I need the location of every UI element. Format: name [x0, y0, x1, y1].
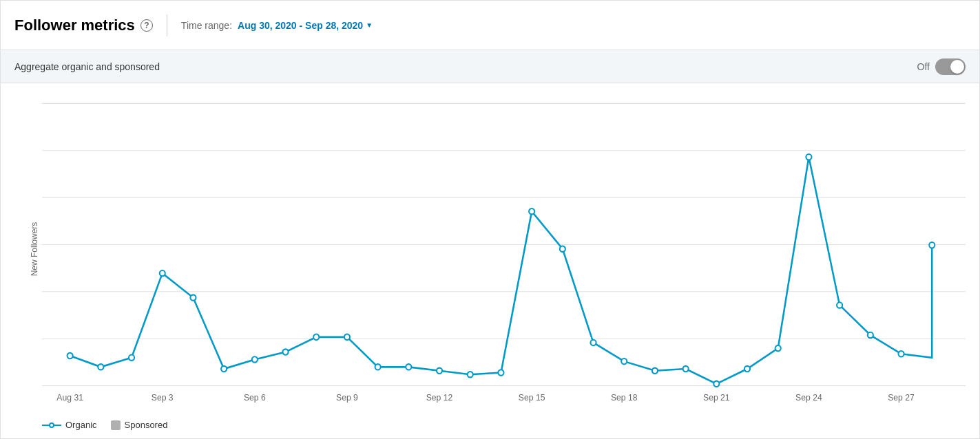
time-range-label: Time range:	[181, 20, 232, 31]
aggregate-bar: Aggregate organic and sponsored Off	[1, 50, 979, 83]
data-point	[775, 345, 781, 351]
aggregate-toggle[interactable]	[935, 58, 966, 75]
toggle-knob	[950, 60, 964, 74]
svg-text:Sep 6: Sep 6	[244, 392, 266, 402]
chart-legend: Organic Sponsored	[1, 414, 979, 438]
data-point	[98, 364, 103, 370]
data-point	[652, 368, 658, 374]
svg-text:Aug 31: Aug 31	[56, 392, 83, 402]
data-point	[406, 364, 411, 370]
time-range: Time range: Aug 30, 2020 - Sep 28, 2020 …	[181, 20, 373, 31]
svg-text:Sep 3: Sep 3	[152, 392, 174, 402]
organic-legend-dot	[49, 422, 54, 428]
sponsored-legend-label: Sponsored	[125, 420, 168, 430]
data-point	[375, 364, 381, 370]
data-point	[190, 295, 196, 300]
data-point	[282, 349, 288, 354]
organic-legend-label: Organic	[65, 420, 97, 430]
time-range-value[interactable]: Aug 30, 2020 - Sep 28, 2020 ▼	[238, 20, 373, 31]
data-point	[806, 154, 811, 160]
data-point	[560, 246, 565, 252]
line-chart: 0 25 50 75 100 125 150 Aug 31 Sep 3 Sep …	[42, 90, 966, 407]
help-icon[interactable]: ?	[140, 19, 153, 32]
data-point	[837, 302, 842, 308]
svg-text:Sep 18: Sep 18	[611, 392, 638, 402]
svg-text:Sep 9: Sep 9	[336, 392, 358, 402]
header-divider	[167, 14, 167, 36]
svg-text:Sep 27: Sep 27	[888, 392, 915, 402]
data-point	[683, 366, 689, 372]
toggle-label: Off	[917, 61, 930, 72]
aggregate-label: Aggregate organic and sponsored	[14, 61, 160, 72]
legend-organic: Organic	[42, 420, 97, 430]
data-point	[313, 334, 319, 340]
data-point	[437, 368, 442, 374]
svg-text:Sep 21: Sep 21	[703, 392, 730, 402]
organic-line	[70, 157, 932, 384]
sponsored-legend-square	[111, 420, 121, 430]
data-point	[160, 270, 165, 276]
data-point	[498, 370, 503, 375]
data-point	[621, 358, 627, 364]
data-point	[868, 332, 873, 338]
time-range-text: Aug 30, 2020 - Sep 28, 2020	[238, 20, 363, 31]
data-point	[929, 242, 935, 248]
y-axis-label: New Followers	[30, 222, 39, 276]
data-point	[67, 353, 73, 358]
data-point	[529, 208, 534, 214]
data-point	[468, 372, 473, 377]
chevron-down-icon: ▼	[366, 21, 373, 29]
data-point	[344, 334, 350, 340]
chart-wrapper: New Followers 0 25 50 75 100 125 150	[42, 90, 966, 407]
follower-metrics-container: Follower metrics ? Time range: Aug 30, 2…	[0, 0, 980, 439]
chart-area: New Followers 0 25 50 75 100 125 150	[1, 83, 979, 414]
page-title: Follower metrics ?	[14, 17, 153, 34]
data-point	[129, 355, 134, 361]
data-point	[713, 381, 719, 387]
svg-text:Sep 15: Sep 15	[519, 392, 545, 402]
data-point	[221, 366, 227, 372]
data-point	[252, 356, 258, 362]
title-text: Follower metrics	[14, 17, 135, 34]
svg-text:Sep 12: Sep 12	[426, 392, 453, 402]
svg-text:Sep 24: Sep 24	[795, 392, 822, 402]
toggle-container: Off	[917, 58, 966, 75]
data-point	[590, 340, 596, 345]
data-point	[744, 366, 750, 372]
header: Follower metrics ? Time range: Aug 30, 2…	[1, 1, 979, 50]
legend-sponsored: Sponsored	[111, 420, 168, 430]
data-point	[898, 351, 904, 356]
